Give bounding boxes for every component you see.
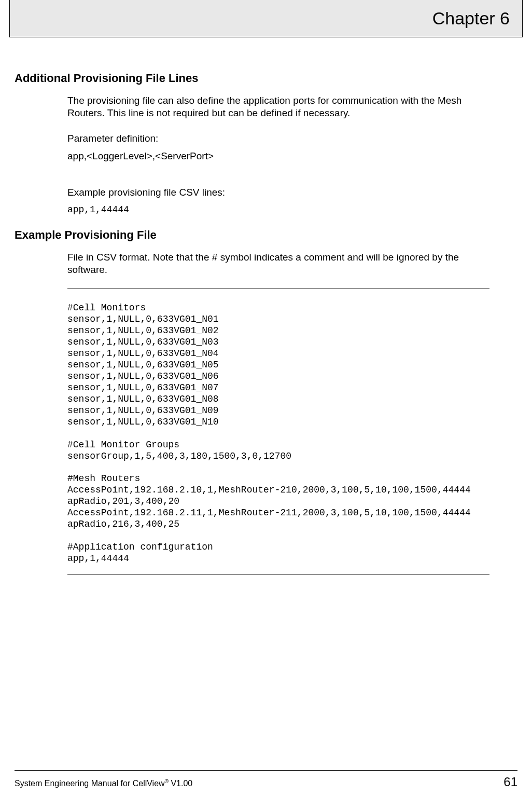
content-area: Additional Provisioning File Lines The p…	[0, 37, 532, 574]
registered-mark: ®	[165, 778, 169, 784]
chapter-header: Chapter 6	[9, 0, 523, 37]
chapter-title: Chapter 6	[432, 8, 510, 29]
section-heading-additional: Additional Provisioning File Lines	[15, 72, 489, 85]
footer-left-pre: System Engineering Manual for CellView	[15, 779, 165, 788]
section2-body: File in CSV format. Note that the # symb…	[67, 251, 489, 575]
s1-p4: Example provisioning file CSV lines:	[67, 186, 489, 199]
s1-p3: app,<LoggerLevel>,<ServerPort>	[67, 150, 489, 162]
footer-left: System Engineering Manual for CellView® …	[15, 778, 192, 788]
s2-p1: File in CSV format. Note that the # symb…	[67, 251, 489, 277]
page: Chapter 6 Additional Provisioning File L…	[0, 0, 532, 808]
s1-p2: Parameter definition:	[67, 132, 489, 145]
s1-p5: app,1,44444	[67, 204, 489, 216]
page-number: 61	[503, 775, 517, 789]
page-footer: System Engineering Manual for CellView® …	[15, 770, 517, 789]
footer-left-post: V1.00	[169, 779, 192, 788]
s1-p1: The provisioning file can also define th…	[67, 94, 489, 120]
csv-content: #Cell Monitors sensor,1,NULL,0,633VG01_N…	[67, 289, 489, 565]
section-heading-example: Example Provisioning File	[15, 228, 489, 242]
section1-body: The provisioning file can also define th…	[67, 94, 489, 216]
csv-box: #Cell Monitors sensor,1,NULL,0,633VG01_N…	[67, 289, 489, 574]
